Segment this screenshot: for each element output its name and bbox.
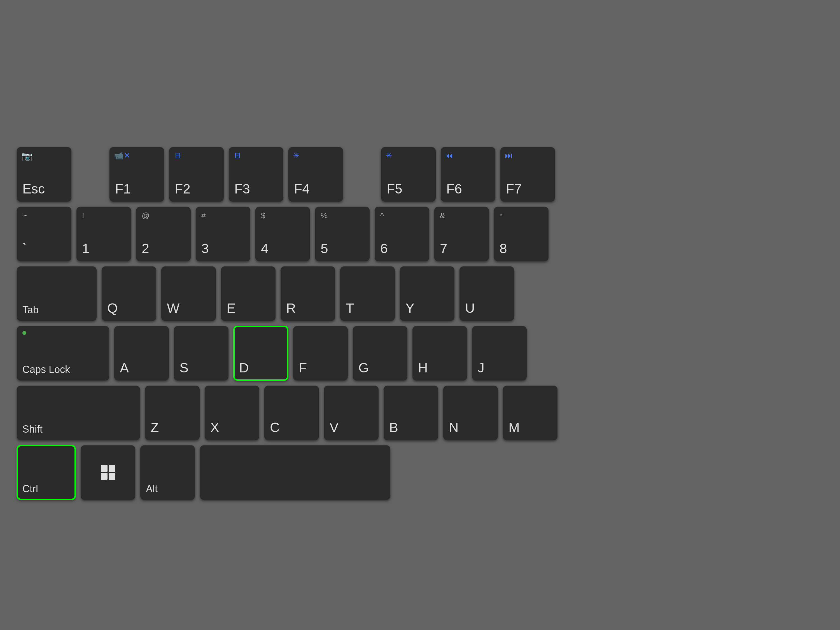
f3-label: F3 (234, 181, 250, 197)
6-label: 6 (380, 241, 388, 256)
key-win[interactable] (81, 445, 135, 500)
y-label: Y (406, 300, 414, 316)
key-4[interactable]: $ 4 (255, 207, 310, 261)
key-f3[interactable]: 🖥 F3 (229, 147, 283, 202)
alt-label: Alt (146, 483, 158, 495)
g-label: G (358, 360, 369, 376)
key-1[interactable]: ! 1 (76, 207, 131, 261)
s-label: S (180, 360, 188, 376)
w-label: W (167, 300, 180, 316)
f1-label: F1 (115, 181, 131, 197)
key-j[interactable]: J (472, 326, 527, 381)
exclaim-sublabel: ! (82, 211, 84, 220)
j-label: J (478, 360, 485, 376)
zxcv-row: Shift Z X C V B N M (17, 385, 557, 440)
function-row: 📷 Esc 📹✕ F1 🖥 F2 🖥 F3 ✳ F4 ✳ F5 ⏮ F6 (17, 147, 557, 202)
key-g[interactable]: G (353, 326, 407, 381)
key-y[interactable]: Y (400, 266, 455, 321)
z-label: Z (151, 420, 159, 435)
key-b[interactable]: B (384, 385, 438, 440)
key-8[interactable]: * 8 (494, 207, 548, 261)
at-sublabel: @ (142, 211, 150, 220)
key-h[interactable]: H (412, 326, 467, 381)
key-s[interactable]: S (174, 326, 229, 381)
key-capslock[interactable]: Caps Lock (17, 326, 109, 381)
h-label: H (418, 360, 428, 376)
key-3[interactable]: # 3 (196, 207, 250, 261)
f4-label: F4 (294, 181, 309, 197)
key-q[interactable]: Q (102, 266, 156, 321)
esc-label: Esc (22, 181, 45, 197)
fastforward-icon: ⏭ (505, 151, 513, 160)
f7-label: F7 (506, 181, 522, 197)
key-space[interactable] (200, 445, 390, 500)
video-icon: 📹✕ (114, 151, 130, 160)
key-f5[interactable]: ✳ F5 (381, 147, 436, 202)
t-label: T (346, 300, 354, 316)
asterisk-sublabel: * (499, 211, 503, 220)
caps-indicator (22, 331, 26, 335)
key-f2[interactable]: 🖥 F2 (169, 147, 224, 202)
key-f6[interactable]: ⏮ F6 (441, 147, 495, 202)
key-f7[interactable]: ⏭ F7 (501, 147, 555, 202)
key-tab[interactable]: Tab (17, 266, 96, 321)
key-f4[interactable]: ✳ F4 (288, 147, 343, 202)
key-m[interactable]: M (503, 385, 557, 440)
windows-icon (101, 465, 115, 480)
8-label: 8 (499, 241, 507, 256)
key-ctrl[interactable]: Ctrl (17, 445, 76, 500)
sun-dim-icon: ✳ (293, 151, 299, 160)
key-5[interactable]: % 5 (315, 207, 369, 261)
x-label: X (210, 420, 219, 435)
monitor-dim-icon: 🖥 (233, 151, 241, 160)
ctrl-label: Ctrl (22, 483, 38, 495)
key-w[interactable]: W (161, 266, 216, 321)
key-esc[interactable]: 📷 Esc (17, 147, 71, 202)
b-label: B (389, 420, 398, 435)
key-2[interactable]: @ 2 (136, 207, 191, 261)
tilde-sublabel: ~ (22, 211, 27, 220)
key-t[interactable]: T (340, 266, 395, 321)
key-z[interactable]: Z (145, 385, 200, 440)
capslock-label: Caps Lock (22, 364, 70, 376)
key-n[interactable]: N (443, 385, 498, 440)
asdf-row: Caps Lock A S D F G H J (17, 326, 557, 381)
key-f1[interactable]: 📹✕ F1 (109, 147, 164, 202)
backtick-label: ` (22, 241, 27, 256)
2-label: 2 (142, 241, 149, 256)
key-d[interactable]: D (234, 326, 288, 381)
key-u[interactable]: U (459, 266, 514, 321)
f5-label: F5 (387, 181, 403, 197)
c-label: C (270, 420, 280, 435)
a-label: A (120, 360, 129, 376)
1-label: 1 (82, 241, 90, 256)
key-6[interactable]: ^ 6 (375, 207, 429, 261)
rewind-icon: ⏮ (445, 151, 453, 160)
key-shift[interactable]: Shift (17, 385, 140, 440)
tab-label: Tab (22, 304, 39, 316)
7-label: 7 (440, 241, 447, 256)
key-v[interactable]: V (324, 385, 379, 440)
bottom-row: Ctrl Alt (17, 445, 557, 500)
key-a[interactable]: A (114, 326, 169, 381)
shift-label: Shift (22, 423, 43, 435)
e-label: E (227, 300, 235, 316)
f6-label: F6 (446, 181, 462, 197)
f2-label: F2 (175, 181, 190, 197)
sun-icon: ✳ (385, 151, 392, 160)
r-label: R (286, 300, 296, 316)
key-r[interactable]: R (281, 266, 335, 321)
percent-sublabel: % (321, 211, 328, 220)
key-e[interactable]: E (221, 266, 276, 321)
key-backtick[interactable]: ~ ` (17, 207, 71, 261)
key-f[interactable]: F (293, 326, 348, 381)
3-label: 3 (201, 241, 209, 256)
camera-icon: 📷 (21, 151, 33, 161)
5-label: 5 (321, 241, 328, 256)
f-label: F (299, 360, 307, 376)
key-7[interactable]: & 7 (434, 207, 489, 261)
key-x[interactable]: X (205, 385, 259, 440)
key-alt[interactable]: Alt (140, 445, 195, 500)
key-c[interactable]: C (264, 385, 319, 440)
4-label: 4 (261, 241, 268, 256)
